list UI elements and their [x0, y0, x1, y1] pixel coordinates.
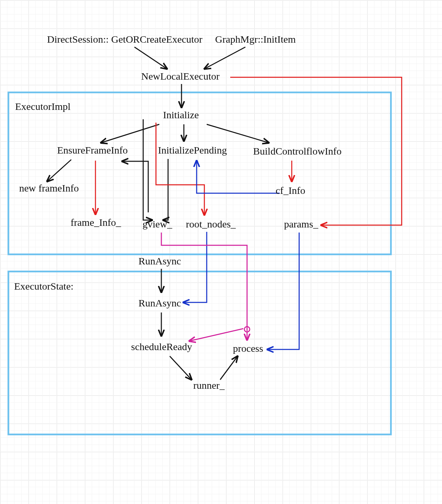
- arrow: [204, 47, 245, 69]
- node-cf-info: cf_Info: [276, 185, 305, 196]
- arrow: [47, 160, 71, 181]
- diagram-canvas: [0, 0, 442, 504]
- arrow: [189, 329, 243, 341]
- node-ensure-frame-info: EnsureFrameInfo: [57, 144, 128, 156]
- node-schedule-ready: scheduleReady: [131, 341, 192, 352]
- node-root-nodes: root_nodes_: [186, 218, 236, 230]
- arrow: [163, 159, 168, 220]
- box-label-executor-state: ExecutorState:: [14, 281, 74, 292]
- node-gview: gview_: [143, 218, 172, 230]
- executor-state-box: [8, 271, 391, 434]
- node-run-async-impl: RunAsync: [138, 255, 181, 267]
- node-new-frame-info: new frameInfo: [19, 182, 79, 194]
- node-graph-mgr: GraphMgr::InitItem: [215, 34, 296, 45]
- arrow: [197, 161, 280, 193]
- arrow: [207, 124, 269, 143]
- executor-impl-box: [8, 92, 391, 254]
- node-initialize: Initialize: [163, 109, 199, 121]
- arrow: [220, 356, 238, 380]
- arrow: [134, 47, 167, 69]
- arrow: [161, 233, 247, 331]
- node-runner: runner_: [193, 380, 225, 391]
- node-new-local-exec: NewLocalExecutor: [141, 71, 219, 82]
- box-label-executor-impl: ExecutorImpl: [15, 101, 71, 112]
- arrow: [170, 356, 192, 380]
- arrow: [101, 124, 159, 143]
- node-initialize-pending: InitializePending: [158, 144, 227, 156]
- arrow: [267, 233, 299, 349]
- node-build-cf-info: BuildControlflowInfo: [253, 145, 341, 157]
- node-direct-session: DirectSession:: GetORCreateExecutor: [47, 34, 202, 45]
- node-run-async-state: RunAsync: [138, 297, 181, 309]
- node-process: process: [233, 343, 263, 354]
- node-params: params_: [284, 218, 318, 230]
- arrow: [122, 161, 148, 212]
- node-frame-info: frame_Info_: [71, 217, 121, 228]
- arrow: [183, 232, 207, 302]
